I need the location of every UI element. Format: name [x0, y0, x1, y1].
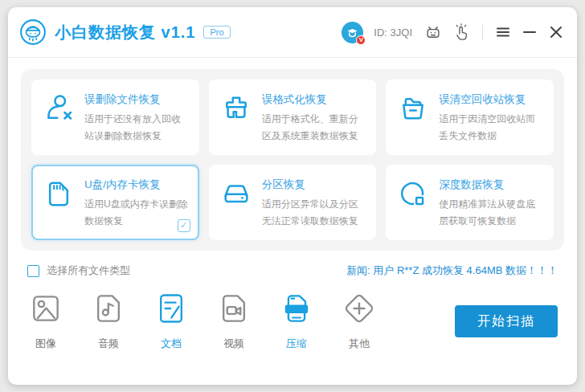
start-scan-button[interactable]: 开始扫描	[455, 305, 558, 337]
card-checkbox-checked[interactable]: ✓	[178, 219, 190, 232]
other-plus-icon	[342, 291, 377, 326]
card-desc: 适用分区异常以及分区无法正常读取数据恢复	[262, 196, 367, 230]
touch-hand-icon[interactable]	[452, 23, 470, 41]
card-desc: 适用于因清空回收站而丢失文件数据	[439, 111, 544, 145]
user-x-icon	[43, 91, 76, 145]
card-recycle-bin[interactable]: 误清空回收站恢复 适用于因清空回收站而丢失文件数据	[386, 80, 554, 155]
card-title: 误清空回收站恢复	[439, 92, 544, 107]
filetype-document[interactable]: 文档	[153, 291, 190, 351]
robot-assistant-icon[interactable]	[424, 23, 442, 41]
zip-label: ZIP	[291, 305, 302, 313]
card-title: U盘/内存卡恢复	[84, 178, 190, 192]
filetype-image[interactable]: 图像	[27, 291, 64, 351]
app-title: 小白数据恢复 v1.1	[55, 22, 195, 43]
app-logo-icon	[19, 18, 47, 46]
recycle-bin-icon	[397, 91, 431, 145]
card-deep-scan[interactable]: 深度数据恢复 使用精准算法从硬盘底层获取可恢复数据	[386, 165, 554, 240]
user-avatar[interactable]: V	[342, 22, 363, 43]
select-all-label: 选择所有文件类型	[47, 263, 130, 278]
recovery-modes-panel: 误删除文件恢复 适用于还没有放入回收站误删除数据恢复 误格式化恢复 适用于格式化…	[21, 69, 564, 251]
filetype-other[interactable]: 其他	[341, 291, 378, 351]
filetype-video[interactable]: 视频	[215, 291, 252, 351]
filetype-label: 音频	[98, 337, 119, 351]
card-desc: 适用于格式化、重新分区及系统重装数据恢复	[262, 111, 367, 145]
title-bar: 小白数据恢复 v1.1 Pro V ID: 3JQI	[8, 7, 577, 57]
card-title: 误格式化恢复	[262, 92, 367, 107]
image-icon	[28, 291, 63, 326]
filetype-label: 文档	[161, 337, 182, 351]
file-type-selector: 图像 音频 文档	[27, 291, 378, 351]
card-unformat[interactable]: 误格式化恢复 适用于格式化、重新分区及系统重装数据恢复	[209, 80, 377, 155]
card-title: 深度数据恢复	[439, 178, 544, 192]
card-usb-sdcard[interactable]: U盘/内存卡恢复 适用U盘或内存卡误删除数据恢复 ✓	[31, 165, 199, 240]
select-all-checkbox[interactable]	[27, 265, 39, 277]
video-icon	[216, 291, 252, 326]
card-desc: 适用于还没有放入回收站误删除数据恢复	[84, 111, 190, 145]
card-title: 分区恢复	[262, 178, 367, 192]
filetype-label: 其他	[349, 337, 370, 351]
menu-icon[interactable]	[495, 24, 511, 40]
user-id-label: ID: 3JQI	[374, 27, 412, 39]
filetype-label: 视频	[223, 337, 244, 351]
hard-drive-icon	[220, 176, 254, 231]
pro-badge: Pro	[203, 26, 230, 39]
sd-card-icon	[43, 176, 76, 231]
close-icon[interactable]	[548, 24, 564, 40]
format-brush-icon	[220, 91, 254, 145]
card-title: 误删除文件恢复	[84, 92, 190, 107]
filetype-audio[interactable]: 音频	[90, 291, 127, 351]
filetype-archive[interactable]: ZIP 压缩	[278, 291, 315, 351]
select-all-filetypes[interactable]: 选择所有文件类型	[27, 263, 130, 278]
zip-icon: ZIP	[279, 291, 314, 326]
app-window: 小白数据恢复 v1.1 Pro V ID: 3JQI	[8, 7, 577, 385]
card-desc: 适用U盘或内存卡误删除数据恢复	[84, 196, 190, 230]
vip-badge: V	[356, 35, 366, 45]
header-separator	[8, 57, 577, 58]
filetype-label: 图像	[35, 337, 56, 351]
card-undelete-files[interactable]: 误删除文件恢复 适用于还没有放入回收站误删除数据恢复	[31, 80, 199, 155]
document-icon	[153, 291, 189, 326]
header-divider	[482, 25, 483, 39]
card-partition[interactable]: 分区恢复 适用分区异常以及分区无法正常读取数据恢复	[209, 165, 377, 240]
filetype-label: 压缩	[286, 337, 307, 351]
minimize-icon[interactable]	[522, 24, 538, 40]
card-desc: 使用精准算法从硬盘底层获取可恢复数据	[439, 196, 544, 230]
deep-scan-icon	[397, 176, 431, 231]
news-ticker: 新闻: 用户 R**Z 成功恢复 4.64MB 数据！！！	[346, 263, 558, 278]
audio-icon	[91, 291, 126, 326]
